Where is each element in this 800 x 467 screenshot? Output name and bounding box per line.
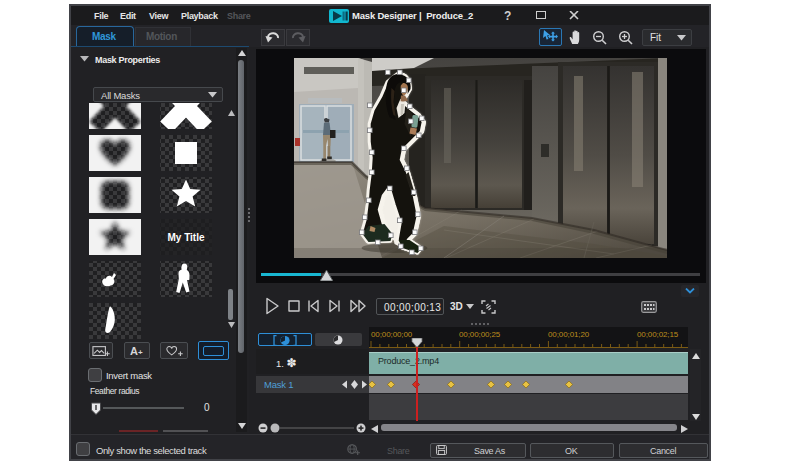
svg-text:My Title: My Title <box>167 232 204 243</box>
